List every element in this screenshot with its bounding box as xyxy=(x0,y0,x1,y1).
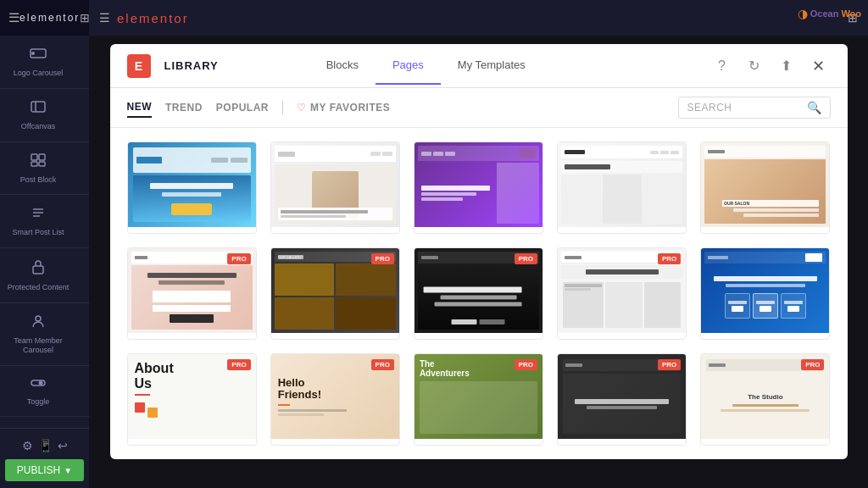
tab-blocks[interactable]: Blocks xyxy=(309,47,376,85)
pro-badge-adventurers: PRO xyxy=(515,359,537,370)
library-title: LIBRARY xyxy=(164,59,219,72)
template-thumb-beauty-salon-about: OUR SALON xyxy=(701,142,829,227)
tab-pages[interactable]: Pages xyxy=(376,47,441,85)
sidebar-item-woo-product[interactable]: Woo Product Collections xyxy=(0,422,76,428)
template-card-hello[interactable]: PRO Hello Friends! Hello Friends! - page xyxy=(270,353,400,446)
template-thumb-restaurant xyxy=(271,142,399,227)
help-button[interactable]: ? xyxy=(709,54,733,78)
template-name-gallery: Beauty Salon – Gallery - page xyxy=(271,333,399,340)
library-modal: E LIBRARY Blocks Pages My Templates ? ↻ xyxy=(110,44,848,459)
template-thumb-contact: PRO xyxy=(128,248,256,333)
sidebar-label-toggle: Toggle xyxy=(27,397,50,407)
hamburger-icon[interactable]: ☰ xyxy=(8,10,19,25)
template-thumb-home: PRO xyxy=(415,248,542,333)
template-name-adventurers: The Adventurers - page xyxy=(415,439,542,446)
template-name-study: Homepage – Study - page xyxy=(415,227,542,234)
sidebar-item-protected-content[interactable]: Protected Content xyxy=(0,253,76,297)
sidebar-item-offcanvas[interactable]: Offcanvas xyxy=(0,94,76,136)
template-card-studio[interactable]: PRO The Studio The Studio xyxy=(700,353,830,446)
favorites-button[interactable]: ♡ MY FAVORITES xyxy=(297,102,390,114)
template-thumb-services: PRO xyxy=(558,248,686,333)
main-canvas: ☰ elementor ⊞ ◑ OceanWoo E LIBRARY Bl xyxy=(89,0,868,488)
template-card-hotel[interactable]: Landing Page – Hotel - page xyxy=(127,141,257,234)
filter-trend[interactable]: TREND xyxy=(165,98,203,117)
sidebar-label-protected-content: Protected Content xyxy=(8,283,70,292)
footer-icon-2[interactable]: 📱 xyxy=(38,439,53,452)
sidebar-item-toggle[interactable]: Toggle xyxy=(0,371,76,412)
template-card-services[interactable]: PRO xyxy=(557,247,687,340)
template-name-services: Beauty Salon – Services - page xyxy=(558,333,686,340)
sidebar-item-smart-post-list[interactable]: Smart Post List xyxy=(0,200,76,242)
elementor-brand-logo: elementor xyxy=(117,11,189,25)
template-thumb-adventurers: PRO The Adventurers xyxy=(415,354,542,439)
pro-badge-about: PRO xyxy=(227,359,250,370)
svg-point-1 xyxy=(31,52,35,55)
template-card-dance[interactable]: PRO 810 Dance Floor Studio - page xyxy=(557,353,687,446)
sidebar-item-logo-carousel[interactable]: Logo Carousel xyxy=(0,41,76,83)
template-thumb-agency xyxy=(558,142,686,227)
template-name-product: Product – App - page xyxy=(701,333,829,340)
elementor-logo-text: elementor xyxy=(19,12,80,24)
offcanvas-icon xyxy=(30,99,47,119)
library-overlay: E LIBRARY Blocks Pages My Templates ? ↻ xyxy=(89,36,868,488)
library-tabs: Blocks Pages My Templates xyxy=(309,47,542,85)
svg-rect-5 xyxy=(39,154,45,160)
template-card-contact[interactable]: PRO xyxy=(127,247,257,340)
template-name-contact: Beauty Salon – Contact - page xyxy=(128,333,256,340)
menu-hamburger-icon[interactable]: ☰ xyxy=(99,11,110,25)
sidebar: ☰ elementor ⊞ Logo Carousel Offcanvas xyxy=(0,0,89,488)
template-card-about[interactable]: PRO About Us xyxy=(127,353,257,446)
template-name-dance: 810 Dance Floor Studio - page xyxy=(558,439,686,446)
sidebar-footer: ⚙ 📱 ↩ PUBLISH ▼ xyxy=(0,428,89,488)
publish-chevron: ▼ xyxy=(64,466,72,475)
filter-popular[interactable]: POPULAR xyxy=(216,98,269,117)
svg-rect-7 xyxy=(39,162,45,166)
publish-button[interactable]: PUBLISH ▼ xyxy=(5,459,84,481)
smart-post-list-icon xyxy=(30,205,47,225)
filter-bar: NEW TREND POPULAR ♡ MY FAVORITES 🔍 xyxy=(110,88,848,128)
sidebar-item-post-block[interactable]: Post Block xyxy=(0,147,76,190)
template-card-gallery[interactable]: PRO OUR GALLERY xyxy=(270,247,400,340)
filter-new[interactable]: NEW xyxy=(127,97,153,118)
footer-icon-1[interactable]: ⚙ xyxy=(22,439,33,452)
template-card-agency[interactable]: Homepage – Agency - page xyxy=(557,141,687,234)
template-card-product[interactable]: Product – App - page xyxy=(700,247,830,340)
refresh-button[interactable]: ↻ xyxy=(742,54,765,78)
library-header-actions: ? ↻ ⬆ ✕ xyxy=(709,54,830,78)
template-card-restaurant[interactable]: Homepage – Restaurant - page xyxy=(270,141,400,234)
favorites-label: MY FAVORITES xyxy=(310,102,390,114)
close-icon: ✕ xyxy=(812,57,825,75)
svg-point-12 xyxy=(36,316,41,321)
template-thumb-studio: PRO The Studio xyxy=(701,354,829,439)
close-modal-button[interactable]: ✕ xyxy=(806,54,830,78)
protected-content-icon xyxy=(30,258,47,280)
template-name-agency: Homepage – Agency - page xyxy=(558,227,686,234)
sidebar-header: ☰ elementor ⊞ xyxy=(0,0,89,36)
pro-badge-gallery: PRO xyxy=(371,253,394,264)
templates-grid: Landing Page – Hotel - page xyxy=(110,128,848,459)
pro-badge-contact: PRO xyxy=(227,253,250,264)
template-card-beauty-salon-about[interactable]: OUR SALON Beauty Salon – About - page xyxy=(700,141,830,234)
sidebar-item-team-member[interactable]: Team Member Carousel xyxy=(0,308,76,360)
sidebar-label-logo-carousel: Logo Carousel xyxy=(14,69,64,78)
svg-rect-11 xyxy=(33,266,43,274)
sidebar-items: Logo Carousel Offcanvas Post Block xyxy=(0,36,89,428)
logo-carousel-icon xyxy=(30,46,47,65)
svg-rect-13 xyxy=(31,380,45,385)
template-card-adventurers[interactable]: PRO The Adventurers The Adventurers - pa… xyxy=(414,353,543,446)
template-name-studio: The Studio - page xyxy=(701,439,829,446)
help-icon: ? xyxy=(718,58,726,74)
post-block-icon xyxy=(30,152,47,172)
library-header: E LIBRARY Blocks Pages My Templates ? ↻ xyxy=(110,44,848,88)
svg-rect-4 xyxy=(31,154,37,160)
footer-icon-3[interactable]: ↩ xyxy=(58,439,68,452)
save-icon: ⬆ xyxy=(781,58,792,74)
search-box: 🔍 xyxy=(678,97,831,119)
sidebar-label-offcanvas: Offcanvas xyxy=(21,122,55,131)
pro-badge-home: PRO xyxy=(515,253,537,264)
template-card-study[interactable]: Homepage – Study - page xyxy=(414,141,543,234)
search-input[interactable] xyxy=(687,102,802,114)
template-card-home[interactable]: PRO xyxy=(414,247,543,340)
save-template-button[interactable]: ⬆ xyxy=(774,54,798,78)
tab-my-templates[interactable]: My Templates xyxy=(441,47,542,85)
